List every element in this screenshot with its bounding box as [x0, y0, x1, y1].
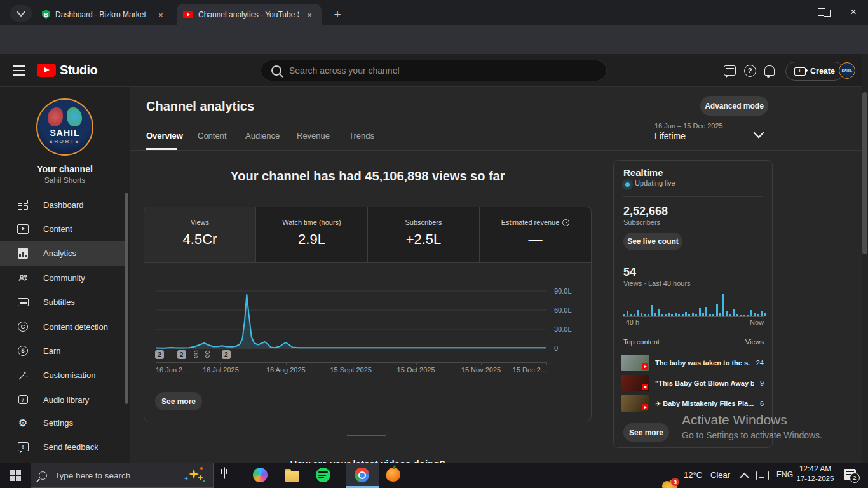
shorts-marker-icon[interactable] [191, 350, 200, 359]
realtime-bar [709, 314, 711, 316]
realtime-views-label: Views · Last 48 hours [623, 280, 691, 287]
tab-revenue[interactable]: Revenue [297, 131, 330, 140]
sidebar-divider [0, 410, 130, 410]
sidebar-item-community[interactable]: Community [0, 266, 127, 290]
your-channel-label: Your channel [0, 164, 130, 174]
metric-views[interactable]: Views 4.5Cr [144, 207, 256, 262]
metric-watch-time[interactable]: Watch time (hours) 2.9L [256, 207, 368, 262]
clock-date[interactable]: 17-12-2025 [796, 475, 835, 482]
sidebar-item-content[interactable]: Content [0, 217, 127, 241]
tab-audience[interactable]: Audience [245, 131, 280, 140]
video-count-marker[interactable]: 2 [222, 350, 231, 359]
language-indicator[interactable]: ENG [776, 470, 793, 479]
studio-brand[interactable]: Studio [60, 63, 97, 78]
account-avatar[interactable]: SAHIL [839, 62, 855, 79]
metric-subscribers[interactable]: Subscribers +2.5L [368, 207, 480, 262]
restore-button[interactable] [810, 0, 839, 24]
sidebar-item-content-detection[interactable]: CContent detection [0, 315, 127, 339]
sidebar-item-settings[interactable]: ⚙Settings [0, 410, 127, 435]
analytics-icon [17, 248, 29, 259]
copyright-icon: C [17, 322, 29, 332]
tab-search-button[interactable] [10, 5, 32, 22]
chrome-icon[interactable] [355, 468, 370, 484]
sidebar-scrollbar[interactable] [125, 193, 128, 404]
notifications-bell-icon[interactable] [762, 63, 777, 78]
sidebar-item-audio-library[interactable]: ♪Audio library [0, 388, 127, 412]
fl-studio-icon[interactable] [386, 468, 402, 484]
close-window-button[interactable]: × [839, 0, 868, 24]
sidebar-item-dashboard[interactable]: Dashboard [0, 193, 127, 217]
advanced-mode-button[interactable]: Advanced mode [700, 96, 768, 116]
minimize-button[interactable]: — [780, 0, 810, 24]
views-line-chart[interactable] [156, 287, 546, 349]
top-content-row[interactable]: ✈ Baby Mistakenly Flies Pla...6 [621, 395, 764, 412]
youtube-logo-icon[interactable] [37, 64, 56, 77]
tray-chevron-up-icon[interactable] [741, 471, 748, 481]
create-button[interactable]: + Create [785, 62, 844, 81]
period-selector[interactable]: Lifetime [654, 131, 686, 141]
sidebar-item-label: Subtitles [43, 297, 75, 307]
taskbar-search-input[interactable]: Type here to search [31, 463, 214, 488]
browser-tab-dashboard[interactable]: B Dashboard - Bizkro Market × [36, 4, 173, 25]
video-count-marker[interactable]: 2 [155, 350, 164, 359]
realtime-bar-chart[interactable] [623, 292, 764, 317]
task-view-icon[interactable] [221, 468, 237, 484]
close-tab-icon[interactable]: × [304, 9, 315, 20]
temperature-label[interactable]: 12°C [684, 470, 702, 480]
tab-content[interactable]: Content [198, 131, 227, 140]
channel-avatar[interactable]: SAHIL SHORTS [36, 98, 93, 156]
weather-icon[interactable]: 3 [661, 480, 677, 488]
shorts-badge-icon [642, 404, 648, 410]
help-icon[interactable]: ? [742, 63, 757, 78]
top-content-row[interactable]: The baby was taken to the s...24 [621, 355, 764, 371]
brain-right-graphic [67, 107, 82, 126]
channel-name: Sahil Shorts [0, 176, 130, 185]
video-count-marker[interactable]: 2 [177, 350, 186, 359]
file-explorer-icon[interactable] [285, 468, 301, 484]
realtime-bar [733, 309, 735, 316]
sidebar-item-earn[interactable]: $Earn [0, 339, 127, 363]
activate-windows-watermark: Activate Windows [682, 412, 787, 428]
browser-tab-channel-analytics[interactable]: Channel analytics - YouTube Stu × [177, 4, 322, 25]
spotify-icon[interactable] [316, 468, 332, 484]
touch-keyboard-icon[interactable] [756, 469, 769, 480]
create-video-icon: + [794, 67, 806, 76]
new-tab-button[interactable]: + [329, 6, 346, 23]
notification-center-icon[interactable]: 2 [844, 469, 856, 480]
weather-condition-label[interactable]: Clear [710, 470, 730, 480]
x-axis-tick [156, 362, 156, 365]
period-chevron-icon[interactable] [754, 128, 764, 139]
shorts-marker-icon[interactable] [203, 350, 212, 359]
sidebar-item-subtitles[interactable]: Subtitles [0, 290, 127, 315]
realtime-see-more-button[interactable]: See more [623, 423, 669, 442]
hamburger-menu-icon[interactable] [13, 65, 25, 76]
see-live-count-button[interactable]: See live count [623, 233, 682, 250]
see-more-button[interactable]: See more [155, 392, 202, 410]
close-tab-icon[interactable]: × [155, 9, 166, 20]
realtime-bar [719, 313, 721, 316]
y-tick-label: 0 [554, 344, 558, 352]
realtime-bar [644, 314, 646, 316]
realtime-bar [665, 314, 667, 316]
top-content-row[interactable]: "This Baby Got Blown Away b...9 [621, 375, 764, 391]
sidebar-item-label: Dashboard [43, 200, 84, 210]
scrollbar-thumb[interactable] [862, 92, 867, 254]
metric-estimated-revenue[interactable]: Estimated revenue — [480, 207, 591, 262]
sidebar-item-analytics[interactable]: Analytics [0, 241, 127, 266]
feedback-bubble-icon[interactable] [722, 63, 737, 78]
feedback-icon: ! [17, 442, 29, 451]
tab-trends[interactable]: Trends [349, 131, 374, 140]
sidebar-item-customisation[interactable]: Customisation [0, 363, 127, 388]
realtime-bar [750, 310, 752, 316]
realtime-bar [627, 311, 628, 316]
start-button[interactable] [0, 463, 31, 488]
tab-overview[interactable]: Overview [146, 131, 183, 140]
studio-search-input[interactable]: Search across your channel [261, 60, 607, 81]
clock-time[interactable]: 12:42 AM [796, 464, 835, 473]
audio-icon: ♪ [17, 395, 29, 404]
sidebar-item-send-feedback[interactable]: !Send feedback [0, 435, 127, 459]
realtime-divider [623, 259, 763, 259]
x-tick-label: 15 Dec 2... [508, 366, 546, 374]
sidebar-item-label: Send feedback [43, 442, 98, 452]
copilot-icon[interactable] [253, 468, 269, 484]
